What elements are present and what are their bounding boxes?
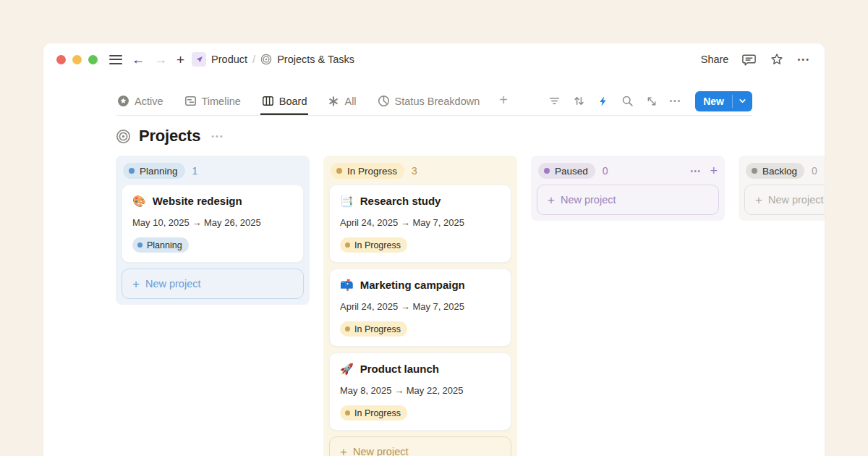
breadcrumb-workspace[interactable]: Product — [211, 54, 247, 65]
plus-icon: + — [132, 278, 140, 290]
project-card[interactable]: 🎨 Website redesign May 10, 2025 → May 26… — [122, 185, 304, 263]
status-dot — [345, 242, 350, 248]
column-count: 1 — [192, 165, 198, 177]
column-more-icon[interactable]: ••• — [690, 167, 701, 175]
card-status-pill: In Progress — [340, 237, 407, 253]
column-actions: ••• + — [690, 164, 718, 177]
card-status-pill: In Progress — [340, 321, 407, 337]
expand-icon[interactable] — [646, 96, 658, 107]
tab-board[interactable]: Board — [260, 87, 309, 115]
new-project-button[interactable]: + New project — [329, 436, 511, 456]
plus-icon: + — [340, 446, 347, 456]
board-column-paused: Paused 0 ••• + + New project — [531, 156, 725, 221]
automation-bolt-icon[interactable] — [597, 96, 609, 107]
column-header: Planning 1 — [122, 161, 304, 179]
filter-icon[interactable] — [548, 95, 561, 107]
forward-arrow-icon[interactable]: → — [154, 53, 167, 66]
palette-emoji: 🎨 — [132, 195, 146, 206]
status-dot — [129, 168, 135, 174]
view-tools: ••• New — [548, 91, 752, 111]
tab-all[interactable]: All — [326, 87, 357, 115]
column-status-pill[interactable]: Planning — [123, 163, 185, 179]
card-title: Website redesign — [153, 195, 242, 207]
new-project-button[interactable]: + New project — [744, 185, 825, 215]
column-status-pill[interactable]: Backlog — [746, 163, 804, 179]
page-header: Projects ••• — [116, 127, 752, 145]
column-add-icon[interactable]: + — [710, 164, 718, 177]
card-dates: April 24, 2025 → May 7, 2025 — [340, 301, 501, 312]
view-more-icon[interactable]: ••• — [670, 97, 682, 105]
column-header: In Progress 3 — [329, 161, 511, 179]
status-dot — [544, 168, 550, 174]
breadcrumb: Product / Projects & Tasks — [192, 52, 354, 67]
status-dot — [752, 168, 757, 174]
board-column-in-progress: In Progress 3 📑 Research study April 24,… — [323, 156, 517, 456]
board-column-backlog: Backlog 0 + New project — [739, 156, 825, 221]
tab-status-breakdown[interactable]: Status Breakdown — [376, 87, 482, 115]
status-dot — [336, 168, 342, 174]
new-project-button[interactable]: + New project — [122, 269, 304, 299]
back-arrow-icon[interactable]: ← — [132, 53, 145, 66]
app-window: ← → + Product / Projects & Tasks Share — [43, 43, 825, 456]
breadcrumb-separator: / — [252, 54, 255, 65]
project-card[interactable]: 📫 Marketing campaign April 24, 2025 → Ma… — [329, 269, 511, 347]
asterisk-icon — [328, 96, 339, 107]
star-circle-icon — [117, 95, 129, 107]
tab-timeline[interactable]: Timeline — [183, 87, 242, 115]
share-button[interactable]: Share — [701, 54, 729, 65]
search-icon[interactable] — [621, 95, 634, 107]
board-view: Planning 1 🎨 Website redesign May 10, 20… — [116, 156, 825, 456]
page-more-icon[interactable]: ••• — [211, 132, 224, 140]
plus-icon: + — [755, 194, 762, 206]
sidebar-toggle-icon[interactable] — [109, 55, 122, 64]
card-dates: May 10, 2025 → May 26, 2025 — [132, 217, 293, 228]
board-column-planning: Planning 1 🎨 Website redesign May 10, 20… — [116, 156, 310, 305]
page-title: Projects — [139, 127, 200, 145]
column-count: 3 — [412, 165, 417, 177]
board-icon — [262, 95, 274, 107]
project-card[interactable]: 📑 Research study April 24, 2025 → May 7,… — [329, 185, 511, 263]
projects-db-icon — [116, 129, 131, 144]
close-window-button[interactable] — [56, 55, 66, 64]
card-dates: May 8, 2025 → May 22, 2025 — [340, 385, 501, 396]
tab-active[interactable]: Active — [116, 87, 165, 115]
dart-icon — [195, 55, 204, 64]
card-title: Marketing campaign — [360, 279, 465, 291]
timeline-icon — [184, 95, 197, 107]
traffic-lights — [56, 55, 98, 64]
new-page-icon[interactable]: + — [176, 53, 184, 67]
zoom-window-button[interactable] — [88, 55, 98, 64]
comments-icon[interactable] — [741, 52, 757, 67]
titlebar: ← → + Product / Projects & Tasks Share — [43, 43, 825, 75]
bookmark-tabs-emoji: 📑 — [340, 195, 354, 206]
minimize-window-button[interactable] — [72, 55, 82, 64]
column-header: Backlog 0 — [744, 161, 825, 179]
pie-chart-icon — [378, 95, 390, 107]
card-status-pill: Planning — [132, 237, 189, 253]
mailbox-emoji: 📫 — [340, 279, 354, 290]
column-status-pill[interactable]: Paused — [538, 163, 595, 179]
rocket-emoji: 🚀 — [340, 363, 354, 374]
nav-controls: ← → + — [109, 53, 184, 67]
column-status-pill[interactable]: In Progress — [331, 163, 404, 179]
breadcrumb-page[interactable]: Projects & Tasks — [277, 54, 354, 65]
card-title: Product launch — [360, 363, 439, 375]
status-dot — [137, 242, 142, 248]
add-view-icon[interactable]: + — [499, 92, 508, 110]
card-status-pill: In Progress — [340, 405, 407, 421]
workspace-icon[interactable] — [192, 52, 206, 67]
status-dot — [345, 326, 350, 332]
more-options-icon[interactable]: ••• — [797, 55, 810, 64]
target-icon — [260, 54, 272, 65]
new-button[interactable]: New — [695, 91, 752, 111]
card-dates: April 24, 2025 → May 7, 2025 — [340, 217, 501, 228]
new-project-button[interactable]: + New project — [537, 185, 719, 215]
new-button-label[interactable]: New — [695, 91, 732, 111]
column-header: Paused 0 ••• + — [537, 161, 719, 179]
column-count: 0 — [603, 165, 608, 177]
favorite-star-icon[interactable] — [770, 52, 784, 67]
sort-icon[interactable] — [573, 95, 585, 107]
chevron-down-icon[interactable] — [733, 91, 752, 111]
plus-icon: + — [548, 194, 555, 206]
project-card[interactable]: 🚀 Product launch May 8, 2025 → May 22, 2… — [329, 352, 511, 431]
